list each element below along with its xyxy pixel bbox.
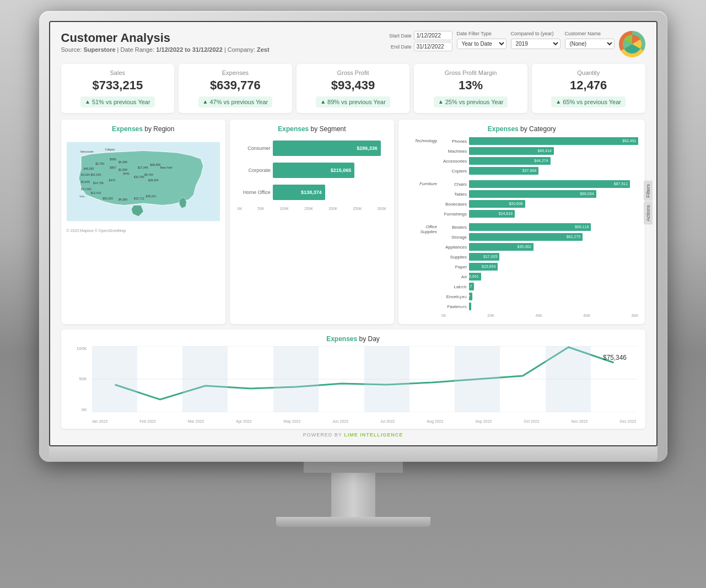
cat-paper-val: $15,654 (482, 265, 495, 268)
svg-text:$3,264: $3,264 (81, 172, 90, 176)
map-area: $48,283 $2,763 $590 $4,268 $3,264 $51,03… (67, 136, 220, 227)
filters-tab[interactable]: Filters (644, 181, 653, 201)
cat-binders-label: Binders (439, 225, 467, 230)
cat-copiers-bar: $37,868 (469, 167, 538, 175)
compared-to-select[interactable]: 2019 (511, 39, 561, 49)
cat-phones-val: $92,491 (622, 139, 636, 143)
expenses-by-segment-card: Expenses by Segment Consumer $286,336 (230, 120, 394, 324)
kpi-gp-change-text: vs previous Year (341, 99, 386, 105)
cat-axis: 0K 20K 40K 60K 80K (405, 314, 638, 317)
kpi-gpm: Gross Profit Margin 13% ▲ 25% vs previou… (414, 64, 527, 113)
cat-chairs-val: $87,911 (614, 182, 628, 186)
x-axis: Jan 2022 Feb 2022 Mar 2022 Apr 2022 May … (92, 419, 637, 423)
x-nov: Nov 2022 (572, 419, 588, 423)
cat-accessories-label: Accessories (439, 159, 467, 164)
cat-art-bar-wrap: $6,641 (469, 273, 638, 282)
x-apr: Apr 2022 (236, 419, 251, 423)
cat-labels-bar: $2,117 (469, 283, 474, 290)
bg-band-mar (182, 346, 228, 412)
cat-furnishings-val: $24,816 (499, 212, 513, 215)
header: Customer Analysis Source: Superstore | D… (61, 31, 645, 57)
cat-copiers-bar-wrap: $37,868 (469, 167, 638, 176)
kpi-gpm-change-text: vs previous Year (459, 99, 504, 105)
kpi-sales-pct: 51% (92, 99, 104, 105)
svg-text:$2,833: $2,833 (81, 180, 90, 183)
kpi-expenses-change: ▲ 47% vs previous Year (198, 96, 273, 107)
end-date-input[interactable] (414, 42, 452, 51)
cat-binders-bar-wrap: $66,118 (469, 223, 638, 232)
cat-paper: Paper $15,654 (439, 263, 638, 272)
x-sep: Sep 2022 (475, 419, 492, 423)
cat-art-label: Art (439, 274, 467, 279)
svg-text:$441: $441 (123, 171, 130, 175)
cat-axis-40k: 40K (536, 314, 542, 317)
cat-supplies-bar-wrap: $17,005 (469, 253, 638, 262)
bg-band-sep (455, 346, 500, 412)
kpi-row: Sales $733,215 ▲ 51% vs previous Year Ex… (61, 64, 645, 113)
cat-tables-label: Tables (439, 192, 467, 197)
kpi-qty-label: Quantity (538, 69, 639, 76)
y-label-50k: 50K (79, 376, 87, 381)
segment-corporate-bar: $215,065 (273, 163, 355, 178)
svg-text:$26,201: $26,201 (145, 194, 156, 197)
filter-type-select[interactable]: Year to Date (457, 39, 506, 49)
kpi-qty-value: 12,476 (538, 78, 639, 93)
kpi-gpm-change: ▲ 25% vs previous Year (434, 96, 508, 107)
cat-labels-bar-wrap: $2,117 (469, 283, 638, 292)
svg-text:Calgary: Calgary (105, 148, 115, 151)
seg-axis-150k: 150K (304, 207, 313, 211)
svg-text:New York: New York (160, 165, 172, 169)
cat-bookcases-label: Bookcases (439, 202, 467, 207)
tech-group-label: Technology (405, 137, 439, 143)
cat-bookcases: Bookcases $30,608 (439, 200, 638, 209)
cat-tables-val: $69,034 (580, 192, 594, 196)
seg-axis-0k: 0K (238, 207, 242, 211)
cat-storage-bar: $62,275 (469, 233, 583, 241)
expenses-day-highlight: Expenses (326, 335, 357, 343)
svg-text:$4,289: $4,289 (118, 197, 127, 201)
cat-tables-bar-wrap: $69,034 (469, 190, 638, 199)
cat-accessories: Accessories $44,274 (439, 157, 638, 166)
expenses-by-segment-title: Expenses by Segment (235, 125, 389, 133)
cat-copiers-val: $37,868 (522, 169, 536, 172)
start-date-input[interactable] (414, 31, 452, 40)
svg-text:$5,794: $5,794 (144, 172, 153, 176)
kpi-expenses: Expenses $639,776 ▲ 47% vs previous Year (179, 64, 292, 113)
x-may: May 2022 (284, 419, 301, 423)
x-feb: Feb 2022 (139, 419, 156, 423)
compared-to-label: Compared to (year) (511, 31, 561, 36)
kpi-qty-pct: 65% (563, 99, 575, 105)
svg-text:$69,586: $69,586 (150, 163, 160, 166)
kpi-qty-change-text: vs previous Year (576, 99, 621, 105)
seg-axis-250k: 250K (353, 207, 362, 211)
kpi-sales: Sales $733,215 ▲ 51% vs previous Year (61, 64, 175, 113)
cat-storage: Storage $62,275 (439, 233, 638, 242)
up-arrow-icon: ▲ (320, 99, 326, 105)
customer-name-select[interactable]: (None) (565, 39, 615, 49)
svg-text:$4,268: $4,268 (118, 160, 127, 164)
kpi-expenses-pct: 47% (209, 99, 222, 105)
svg-text:$48,283: $48,283 (83, 167, 94, 170)
cat-binders-bar: $66,118 (469, 223, 591, 231)
cat-appliances-val: $35,062 (518, 245, 531, 249)
svg-text:$2,763: $2,763 (95, 162, 104, 165)
cat-labels: Labels $2,117 (439, 283, 638, 292)
monitor-stand-top (304, 462, 403, 473)
header-controls: Start Date End Date Date Filter Type Yea… (381, 31, 645, 57)
cat-furnishings-bar: $24,816 (469, 210, 515, 218)
cat-machines-bar-wrap: $46,414 (469, 147, 638, 156)
x-mar: Mar 2022 (188, 419, 204, 423)
cat-appliances-label: Appliances (439, 245, 467, 250)
svg-text:$470: $470 (109, 179, 115, 182)
cat-paper-label: Paper (439, 265, 467, 269)
segment-axis: 0K 50K 100K 150K 200K 250K 300K (238, 207, 386, 211)
x-jun: Jun 2022 (332, 419, 348, 423)
segment-corporate: Corporate $215,065 (238, 163, 386, 178)
svg-text:$14,736: $14,736 (93, 181, 103, 185)
cat-envelopes-bar-wrap: $1,937 (469, 293, 638, 301)
svg-text:$807: $807 (110, 165, 116, 169)
svg-text:$17,346: $17,346 (137, 165, 148, 169)
cat-envelopes-val: $1,937 (459, 294, 470, 298)
cat-tables: Tables $69,034 (439, 190, 638, 199)
actions-tab[interactable]: Actions (644, 202, 653, 225)
